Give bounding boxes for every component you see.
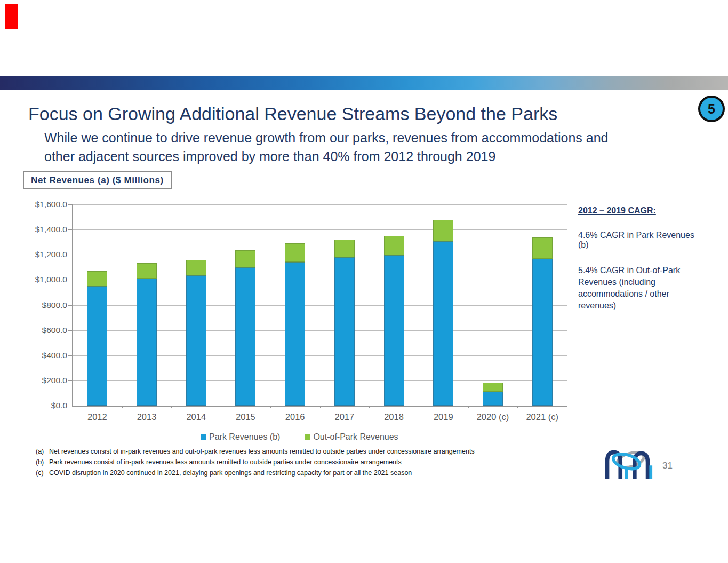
x-axis-label: 2012 <box>73 412 122 422</box>
x-axis-label: 2013 <box>122 412 172 422</box>
y-axis-label: $400.0 <box>42 351 67 360</box>
x-axis-label: 2019 <box>419 412 468 422</box>
x-axis-label: 2021 (c) <box>517 412 567 422</box>
bar-segment-out-of-park <box>384 236 404 255</box>
x-axis-label: 2014 <box>171 412 221 422</box>
y-axis-label: $800.0 <box>42 300 67 310</box>
bar-segment-out-of-park <box>483 383 503 392</box>
stacked-bar <box>334 240 355 406</box>
y-axis-label: $1,000.0 <box>35 275 67 284</box>
y-axis-labels: $0.0$200.0$400.0$600.0$800.0$1,000.0$1,2… <box>0 204 67 406</box>
y-axis-tick <box>68 355 73 356</box>
bar-slot-2018: 2018 <box>369 204 419 406</box>
bar-segment-out-of-park <box>137 263 157 279</box>
plot-area: 201220132014201520162017201820192020 (c)… <box>72 204 567 407</box>
legend-item-park: Park Revenues (b) <box>201 432 280 442</box>
stacked-bar <box>235 250 255 406</box>
bar-segment-park <box>186 275 206 406</box>
stacked-bar <box>186 260 206 406</box>
bar-segment-park <box>285 262 305 406</box>
bar-slot-2019: 2019 <box>419 204 468 406</box>
bar-segment-park <box>334 257 355 406</box>
x-axis-tick <box>73 406 73 408</box>
legend-label-park: Park Revenues (b) <box>209 432 280 442</box>
y-axis-label: $600.0 <box>42 326 67 335</box>
bar-slot-2014: 2014 <box>171 204 221 406</box>
bar-slot-2013: 2013 <box>122 204 172 406</box>
bar-slot-2021c: 2021 (c) <box>517 204 567 406</box>
bar-segment-park <box>433 241 453 406</box>
stacked-bar <box>87 271 107 406</box>
bar-segment-out-of-park <box>285 243 305 261</box>
y-axis-tick <box>68 380 73 381</box>
page-title: Focus on Growing Additional Revenue Stre… <box>28 104 557 124</box>
x-axis-label: 2015 <box>221 412 270 422</box>
bar-segment-park <box>384 255 404 406</box>
bar-segment-out-of-park <box>87 271 107 286</box>
y-axis-tick <box>68 229 73 230</box>
slide-section-badge: 5 <box>698 96 725 122</box>
x-axis-tick <box>567 406 567 408</box>
y-axis-tick <box>68 255 73 255</box>
page-number: 31 <box>662 461 673 471</box>
footnote-c: (c) COVID disruption in 2020 continued i… <box>36 469 475 477</box>
bar-segment-out-of-park <box>235 250 255 267</box>
y-axis-tick <box>68 204 73 205</box>
stacked-bar <box>384 236 404 406</box>
bar-segment-park <box>483 392 503 406</box>
footnote-a: (a) Net revenues consist of in-park reve… <box>36 448 475 455</box>
y-axis-label: $200.0 <box>42 376 67 385</box>
cagr-heading: 2012 – 2019 CAGR: <box>578 206 707 216</box>
x-axis-tick <box>369 406 370 408</box>
bar-segment-park <box>235 267 255 406</box>
bar-slot-2015: 2015 <box>221 204 270 406</box>
gradient-divider-bar <box>0 76 728 90</box>
x-axis-tick <box>171 406 172 408</box>
bar-segment-out-of-park <box>186 260 206 276</box>
stacked-bar <box>285 243 305 406</box>
stacked-bar <box>433 220 453 406</box>
x-axis-tick <box>468 406 469 408</box>
legend-item-out-of-park: Out-of-Park Revenues <box>305 432 398 442</box>
x-axis-label: 2020 (c) <box>468 412 518 422</box>
bar-segment-park <box>87 286 107 406</box>
cagr-out-of-park-line: 5.4% CAGR in Out-of-Park Revenues (inclu… <box>578 265 707 312</box>
cagr-park-line: 4.6% CAGR in Park Revenues (b) <box>578 231 707 250</box>
out-of-park-revenues-swatch-icon <box>305 434 310 440</box>
y-axis-label: $1,200.0 <box>35 250 67 259</box>
y-axis-tick <box>68 330 73 331</box>
bar-segment-out-of-park <box>532 237 553 259</box>
cagr-callout-box: 2012 – 2019 CAGR: 4.6% CAGR in Park Reve… <box>572 201 713 300</box>
footnote-b: (b) Park revenues consist of in-park rev… <box>36 458 475 466</box>
legend-label-out-of-park: Out-of-Park Revenues <box>313 432 398 442</box>
x-axis-label: 2018 <box>369 412 419 422</box>
chart-legend: Park Revenues (b) Out-of-Park Revenues <box>201 432 398 442</box>
x-axis-label: 2016 <box>270 412 320 422</box>
stacked-bar <box>137 263 157 406</box>
park-revenues-swatch-icon <box>201 434 206 440</box>
chart-title-box: Net Revenues (a) ($ Millions) <box>23 171 172 189</box>
x-axis-tick <box>517 406 518 408</box>
y-axis-label: $1,600.0 <box>35 200 67 209</box>
y-axis-tick <box>68 305 73 306</box>
page-subtitle: While we continue to drive revenue growt… <box>44 129 608 166</box>
y-axis-tick <box>68 406 73 406</box>
red-accent-mark <box>5 4 18 29</box>
slide: 5 Focus on Growing Additional Revenue St… <box>0 0 728 563</box>
bar-segment-park <box>532 259 553 406</box>
roller-coaster-loops-logo-icon <box>603 447 653 481</box>
bar-segment-out-of-park <box>334 240 355 258</box>
x-axis-tick <box>320 406 321 408</box>
bar-slot-2017: 2017 <box>320 204 370 406</box>
y-axis-label: $0.0 <box>51 401 67 410</box>
bar-segment-park <box>137 279 157 406</box>
x-axis-tick <box>122 406 123 408</box>
bar-segment-out-of-park <box>433 220 453 241</box>
bar-slot-2020c: 2020 (c) <box>468 204 518 406</box>
bar-slot-2016: 2016 <box>270 204 320 406</box>
x-axis-tick <box>270 406 271 408</box>
x-axis-tick <box>419 406 419 408</box>
x-axis-label: 2017 <box>320 412 370 422</box>
y-axis-label: $1,400.0 <box>35 225 67 234</box>
stacked-bar <box>483 383 503 406</box>
